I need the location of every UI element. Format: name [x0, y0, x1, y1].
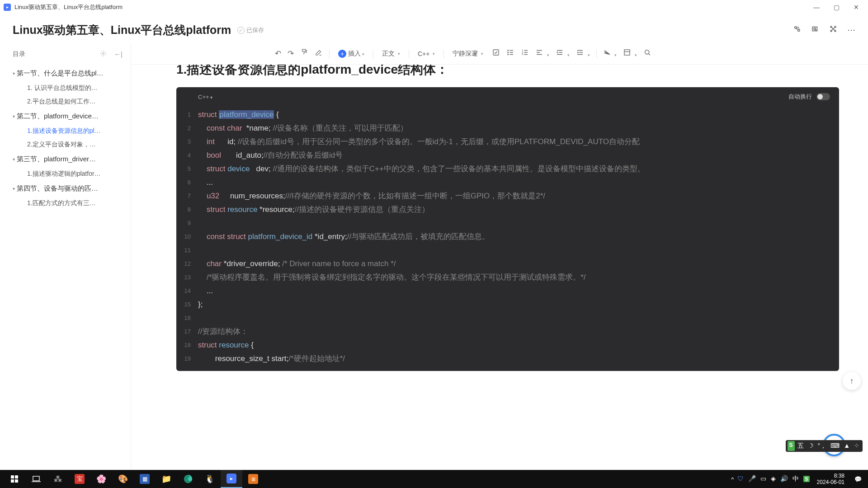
document-body[interactable]: 1.描述设备资源信息的platform_device结构体： C++ 自动换行 … — [131, 65, 868, 470]
toc-item[interactable]: 1. 认识平台总线模型的… — [0, 81, 131, 95]
tray-expand-icon[interactable]: ^ — [731, 476, 734, 483]
taskbar-explorer[interactable]: 📁 — [156, 470, 177, 488]
scroll-top-button[interactable]: ↑ — [843, 372, 861, 390]
window-titlebar: Linux驱动第五章、Linux平台总线platform — ▢ ✕ — [0, 0, 868, 14]
editor-toolbar: ↶ ↷ +插入 正文 C++ 宁静深邃 123 — [131, 43, 868, 65]
toc-item[interactable]: 2.平台总线是如何工作… — [0, 95, 131, 108]
code-line[interactable]: 7 u32 num_resources;///I存储的硬件资源的个数，比如有描述… — [176, 189, 839, 203]
ime-mode[interactable]: 五 — [796, 441, 805, 451]
code-line[interactable]: 6 ... — [176, 176, 839, 189]
code-line[interactable]: 15}; — [176, 298, 839, 311]
highlight-icon[interactable] — [603, 48, 617, 59]
code-line[interactable]: 12 char *driver_override; /* Driver name… — [176, 257, 839, 271]
tray-wifi-icon[interactable]: ◈ — [771, 475, 776, 483]
tray-lang-icon[interactable]: 中 — [793, 475, 799, 483]
ime-user-icon[interactable]: ▲ — [842, 441, 851, 451]
tray-security-icon[interactable]: 🛡 — [737, 475, 744, 483]
notifications-icon[interactable]: 💬 — [852, 476, 864, 483]
maximize-button[interactable]: ▢ — [832, 4, 841, 11]
search-icon[interactable] — [643, 48, 651, 59]
svg-point-13 — [508, 54, 509, 55]
taskbar-current-app[interactable]: ▸ — [221, 470, 242, 488]
layout-icon[interactable] — [623, 48, 637, 59]
tray-volume-icon[interactable]: 🔊 — [780, 475, 788, 483]
taskbar-app-4[interactable]: 🎨 — [112, 470, 134, 488]
close-button[interactable]: ✕ — [852, 4, 861, 11]
code-block[interactable]: C++ 自动换行 1struct platform_device {2 cons… — [176, 87, 839, 371]
code-line[interactable]: 11 — [176, 244, 839, 257]
ime-panel[interactable]: S 五 ☽ °， ⌨ ▲ ⁘ — [786, 440, 863, 452]
taskbar-qq[interactable]: 🐧 — [199, 470, 221, 488]
taskbar-app-1[interactable]: ⁂ — [47, 470, 69, 488]
code-line[interactable]: 3 int id; //设备的后缀id号，用于区分同一类型的多个设备的。一般id… — [176, 135, 839, 149]
line-number: 12 — [176, 257, 198, 271]
ime-punct-icon[interactable]: °， — [816, 441, 828, 451]
toc-item[interactable]: 1.描述设备资源信息的pl… — [0, 124, 131, 138]
code-line[interactable]: 4 bool id_auto;//自动分配设备后缀id号 — [176, 149, 839, 162]
line-number: 2 — [176, 122, 198, 135]
branch-icon[interactable] — [829, 25, 837, 35]
clear-format-icon[interactable] — [315, 48, 323, 59]
code-theme-select[interactable]: 宁静深邃 — [450, 48, 486, 59]
toc-section-heading[interactable]: 第二节、platform_device… — [0, 108, 131, 124]
toc-item[interactable]: 1.匹配方式的方式有三… — [0, 197, 131, 210]
share-icon[interactable] — [793, 25, 801, 35]
ime-grid-icon[interactable]: ⁘ — [853, 441, 861, 451]
toc-item[interactable]: 1.描述驱动逻辑的platfor… — [0, 167, 131, 181]
code-line[interactable]: 10 const struct platform_device_id *id_e… — [176, 230, 839, 244]
taskbar-calculator[interactable]: ▦ — [134, 470, 156, 488]
section-heading[interactable]: 1.描述设备资源信息的platform_device结构体： — [176, 65, 839, 78]
code-lang-label[interactable]: C++ — [198, 94, 212, 100]
code-line[interactable]: 17//资源结构体： — [176, 325, 839, 338]
code-line[interactable]: 13 /*驱动程序覆盖名。用于强制将设备绑定到指定名字的驱动。这个字段在某些情况… — [176, 271, 839, 284]
code-line[interactable]: 5 struct device dev; //通用的设备结构体，类似于C++中的… — [176, 162, 839, 176]
ime-moon-icon[interactable]: ☽ — [807, 441, 815, 451]
bullet-list-icon[interactable] — [506, 48, 514, 59]
align-icon[interactable] — [535, 48, 549, 59]
ime-logo: S — [788, 441, 795, 451]
indent-increase-icon[interactable] — [576, 48, 590, 59]
start-button[interactable] — [4, 470, 25, 488]
word-wrap-toggle[interactable] — [816, 93, 830, 100]
code-line[interactable]: 2 const char *name; //设备名称（重点关注，可以用于匹配） — [176, 122, 839, 135]
taskbar-vmware[interactable]: ⊞ — [242, 470, 264, 488]
svg-point-1 — [798, 29, 800, 32]
code-line[interactable]: 8 struct resource *resource;//描述的设备硬件资源信… — [176, 203, 839, 216]
more-icon[interactable]: ⋯ — [847, 25, 855, 35]
tray-battery-icon[interactable]: ▭ — [760, 475, 766, 483]
toc-section-heading[interactable]: 第四节、设备与驱动的匹… — [0, 181, 131, 197]
find-icon[interactable] — [811, 25, 819, 35]
indent-decrease-icon[interactable] — [556, 48, 570, 59]
taskbar-app-3[interactable]: 🌸 — [90, 470, 112, 488]
taskbar-app-2[interactable]: 宝 — [69, 470, 90, 488]
format-painter-icon[interactable] — [300, 48, 308, 59]
code-line[interactable]: 1struct platform_device { — [176, 108, 839, 122]
code-line[interactable]: 18struct resource { — [176, 338, 839, 352]
tray-ime-icon[interactable]: S — [803, 475, 809, 483]
document-title[interactable]: Linux驱动第五章、Linux平台总线platform — [13, 23, 231, 38]
ime-keyboard-icon[interactable]: ⌨ — [829, 441, 841, 451]
redo-button[interactable]: ↷ — [288, 49, 294, 58]
code-line[interactable]: 14 ... — [176, 284, 839, 298]
code-line[interactable]: 9 — [176, 216, 839, 230]
toc-section-heading[interactable]: 第三节、platform_driver… — [0, 151, 131, 167]
undo-button[interactable]: ↶ — [275, 49, 281, 58]
code-line[interactable]: 16 — [176, 311, 839, 325]
insert-button[interactable]: +插入 — [336, 48, 367, 59]
outline-settings-icon[interactable] — [100, 50, 107, 58]
outline-label: 目录 — [13, 50, 25, 58]
paragraph-style-select[interactable]: 正文 — [380, 48, 402, 59]
minimize-button[interactable]: — — [812, 4, 821, 11]
taskbar-clock[interactable]: 8:38 2024-06-01 — [813, 473, 848, 485]
taskbar-edge[interactable] — [177, 470, 199, 488]
code-line[interactable]: 19 resource_size_t start;/*硬件起始地址*/ — [176, 352, 839, 366]
outline-collapse-icon[interactable]: ←| — [114, 50, 123, 58]
code-content[interactable]: 1struct platform_device {2 const char *n… — [176, 106, 839, 371]
toc-section-heading[interactable]: 第一节、什么是平台总线pl… — [0, 66, 131, 81]
taskview-button[interactable] — [25, 470, 47, 488]
toc-item[interactable]: 2.定义平台设备对象，… — [0, 138, 131, 151]
code-lang-select[interactable]: C++ — [415, 49, 437, 59]
checkbox-icon[interactable] — [492, 48, 500, 59]
numbered-list-icon[interactable]: 123 — [521, 48, 529, 59]
tray-mic-icon[interactable]: 🎤 — [748, 475, 756, 483]
